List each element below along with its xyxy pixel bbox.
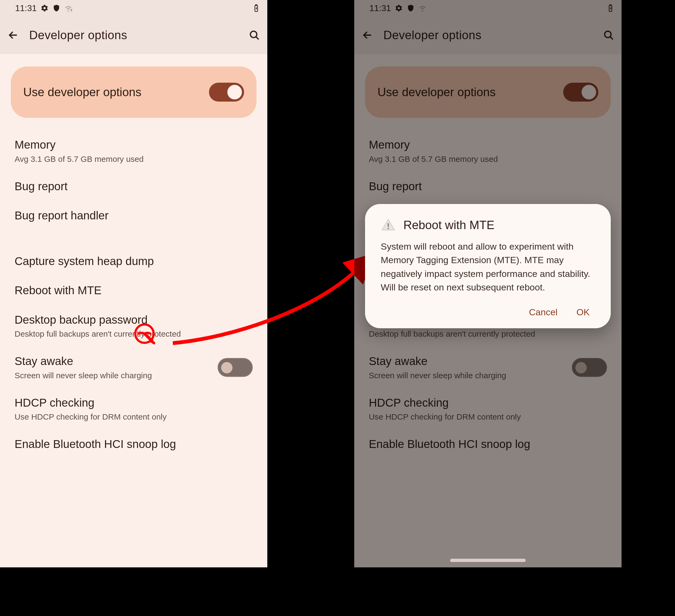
stay-awake-toggle[interactable] [218,358,253,377]
item-bug-report-handler[interactable]: Bug report handler [0,201,267,230]
svg-rect-2 [256,5,257,6]
use-developer-options-card[interactable]: Use developer options [11,66,256,118]
phone-screen-right: 11:31 Developer options [354,0,621,567]
wifi-icon: ? [64,4,72,12]
status-time: 11:31 [15,3,37,13]
phone-screen-left: 11:31 ? Developer options [0,0,267,567]
use-dev-toggle[interactable] [209,83,244,101]
search-button[interactable] [248,28,261,42]
svg-text:?: ? [70,9,72,12]
warning-icon [381,217,396,232]
item-memory[interactable]: Memory Avg 3.1 GB of 5.7 GB memory used [0,130,267,172]
dialog-title: Reboot with MTE [403,218,495,232]
item-hdcp[interactable]: HDCP checking Use HDCP checking for DRM … [0,388,267,430]
dialog-cancel-button[interactable]: Cancel [529,307,557,318]
status-bar: 11:31 ? [0,0,267,16]
svg-rect-9 [388,223,389,227]
item-reboot-mte[interactable]: Reboot with MTE [0,276,267,305]
shield-icon [52,4,61,12]
settings-gear-icon [41,4,49,12]
dialog-ok-button[interactable]: OK [577,307,590,318]
gesture-bar[interactable] [450,559,526,562]
page-header: Developer options [0,16,267,54]
back-button[interactable] [6,28,19,42]
battery-icon [252,4,260,12]
page-title: Developer options [29,28,238,42]
dialog-reboot-mte: Reboot with MTE System will reboot and a… [365,204,611,328]
dialog-body: System will reboot and allow to experime… [381,239,595,294]
item-stay-awake[interactable]: Stay awake Screen will never sleep while… [0,347,267,388]
annotation-tap-cursor-icon [132,322,159,348]
svg-rect-10 [388,228,389,229]
item-bug-report[interactable]: Bug report [0,172,267,201]
item-bt-snoop[interactable]: Enable Bluetooth HCI snoop log [0,429,267,459]
use-dev-label: Use developer options [23,85,142,99]
item-heap-dump[interactable]: Capture system heap dump [0,247,267,276]
